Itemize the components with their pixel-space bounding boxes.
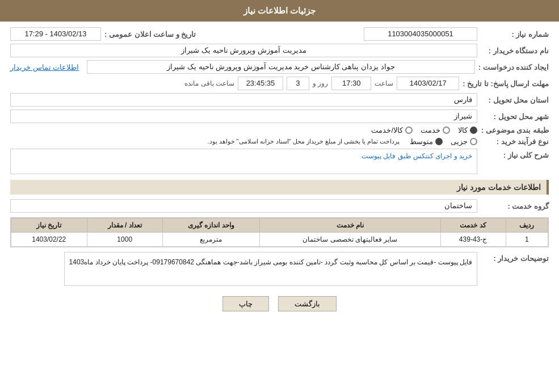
row-ostan: استان محل تحویل : فارس bbox=[10, 93, 549, 107]
noe-jozi-item: جزیی bbox=[451, 137, 477, 146]
services-section-title: اطلاعات خدمات مورد نیاز bbox=[10, 180, 549, 195]
tarikh-value: 1403/02/13 - 17:29 bbox=[10, 27, 101, 41]
sharh-value: خرید و اجرای کنتکس طبق فایل پیوست bbox=[10, 149, 477, 174]
col-code: کد خدمت bbox=[440, 218, 506, 233]
shomareNiaz-label: شماره نیاز : bbox=[481, 30, 549, 39]
col-unit: واحد اندازه گیری bbox=[162, 218, 259, 233]
noe-jozi-label: جزیی bbox=[451, 137, 468, 146]
gorohe-value: ساختمان bbox=[10, 199, 477, 213]
row-creator: ایجاد کننده درخواست : جواد یزدان پناهی ک… bbox=[10, 60, 549, 74]
cell-radif: 1 bbox=[506, 233, 548, 247]
row-gorohe: گروه خدمت : ساختمان bbox=[10, 199, 549, 213]
row-shomareNiaz: شماره نیاز : 1103004035000051 تاریخ و سا… bbox=[10, 27, 549, 41]
ostan-value: فارس bbox=[10, 93, 477, 107]
row-description: توضیحات خریدار : فایل پیوست -قیمت بر اسا… bbox=[10, 252, 549, 286]
tabaqe-kala-item: کالا bbox=[458, 126, 477, 134]
col-count: تعداد / مقدار bbox=[87, 218, 162, 233]
shomareNiaz-value: 1103004035000051 bbox=[364, 27, 477, 41]
col-radif: ردیف bbox=[506, 218, 548, 233]
cell-unit: مترمربع bbox=[162, 233, 259, 247]
contact-link[interactable]: اطلاعات تماس خریدار bbox=[10, 63, 79, 71]
services-table: ردیف کد خدمت نام خدمت واحد اندازه گیری ت… bbox=[10, 217, 549, 247]
noe-label: نوع فرآیند خرید : bbox=[481, 137, 549, 146]
tabaqe-kala-khadamat-radio[interactable] bbox=[405, 127, 413, 134]
row-sharh: شرح کلی نیاز : خرید و اجرای کنتکس طبق فا… bbox=[10, 149, 549, 174]
description-value: فایل پیوست -قیمت بر اساس کل محاسبه وثبت … bbox=[64, 252, 477, 286]
noe-motavsat-item: متوسط bbox=[410, 137, 443, 146]
content: شماره نیاز : 1103004035000051 تاریخ و سا… bbox=[0, 22, 559, 324]
back-button[interactable]: بازگشت bbox=[278, 296, 337, 311]
print-button[interactable]: چاپ bbox=[222, 296, 269, 311]
deadline-remaining-label: ساعت باقی مانده bbox=[184, 79, 234, 87]
shahr-label: شهر محل تحویل : bbox=[481, 112, 549, 121]
row-tabaqe: طبقه بندی موضوعی : کالا خدمت کالا/خدمت bbox=[10, 126, 549, 134]
namdastgah-label: نام دستگاه خریدار : bbox=[481, 47, 549, 55]
deadline-remaining: 23:45:35 bbox=[238, 77, 283, 90]
deadline-days: 3 bbox=[287, 77, 309, 90]
table-row: 1ج-43-439سایر فعالیتهای تخصصی ساختمانمتر… bbox=[11, 233, 548, 247]
col-name: نام خدمت bbox=[259, 218, 440, 233]
tabaqe-kala-label: کالا bbox=[458, 126, 468, 134]
col-date: تاریخ نیاز bbox=[11, 218, 87, 233]
shahr-value: شیراز bbox=[10, 109, 477, 123]
cell-date: 1403/02/22 bbox=[11, 233, 87, 247]
noe-motavsat-label: متوسط bbox=[410, 137, 433, 146]
noe-radio-group: جزیی متوسط bbox=[410, 137, 477, 146]
button-row: بازگشت چاپ bbox=[10, 296, 549, 311]
tabaqe-khadamat-item: خدمت bbox=[421, 126, 450, 134]
cell-count: 1000 bbox=[87, 233, 162, 247]
header-bar: جزئیات اطلاعات نیاز bbox=[0, 0, 559, 22]
noe-motavsat-radio[interactable] bbox=[435, 138, 443, 145]
namdastgah-value: مدیریت آموزش وپرورش ناحیه یک شیراز bbox=[10, 44, 477, 57]
row-noe: نوع فرآیند خرید : جزیی متوسط پرداخت تمام… bbox=[10, 137, 549, 146]
gorohe-label: گروه خدمت : bbox=[481, 202, 549, 210]
row-deadline: مهلت ارسال پاسخ: تا تاریخ : 1403/02/17 س… bbox=[10, 77, 549, 90]
tabaqe-khadamat-radio[interactable] bbox=[443, 127, 450, 134]
sharh-label: شرح کلی نیاز : bbox=[481, 149, 549, 159]
tarikh-label: تاریخ و ساعت اعلان عمومی : bbox=[104, 30, 196, 39]
row-shahr: شهر محل تحویل : شیراز bbox=[10, 109, 549, 123]
row-namdastgah: نام دستگاه خریدار : مدیریت آموزش وپرورش … bbox=[10, 44, 549, 57]
ostan-label: استان محل تحویل : bbox=[481, 96, 549, 104]
tabaqe-label: طبقه بندی موضوعی : bbox=[481, 126, 549, 134]
creator-value: جواد یزدان پناهی کارشناس خرید مدیریت آمو… bbox=[87, 60, 475, 74]
cell-code: ج-43-439 bbox=[440, 233, 506, 247]
page-title: جزئیات اطلاعات نیاز bbox=[243, 6, 316, 15]
noe-jozi-radio[interactable] bbox=[470, 138, 477, 145]
deadline-date: 1403/02/17 bbox=[397, 77, 459, 90]
cell-name: سایر فعالیتهای تخصصی ساختمان bbox=[259, 233, 440, 247]
tabaqe-khadamat-label: خدمت bbox=[421, 126, 440, 134]
noe-text: پرداخت تمام یا بخشی از مبلغ خریداز محل "… bbox=[207, 138, 400, 145]
description-label: توضیحات خریدار : bbox=[481, 252, 549, 263]
tabaqe-kala-khadamat-item: کالا/خدمت bbox=[371, 126, 413, 134]
page-wrapper: جزئیات اطلاعات نیاز شماره نیاز : 1103004… bbox=[0, 0, 559, 392]
deadline-label: مهلت ارسال پاسخ: تا تاریخ : bbox=[463, 79, 549, 88]
creator-label: ایجاد کننده درخواست : bbox=[478, 63, 549, 71]
tabaqe-kala-radio[interactable] bbox=[470, 127, 477, 134]
tabaqe-radio-group: کالا خدمت کالا/خدمت bbox=[371, 126, 477, 134]
deadline-day-label: روز و bbox=[313, 79, 328, 87]
deadline-time: 17:30 bbox=[331, 77, 371, 90]
tabaqe-kala-khadamat-label: کالا/خدمت bbox=[371, 126, 403, 134]
deadline-time-label: ساعت bbox=[375, 79, 393, 87]
